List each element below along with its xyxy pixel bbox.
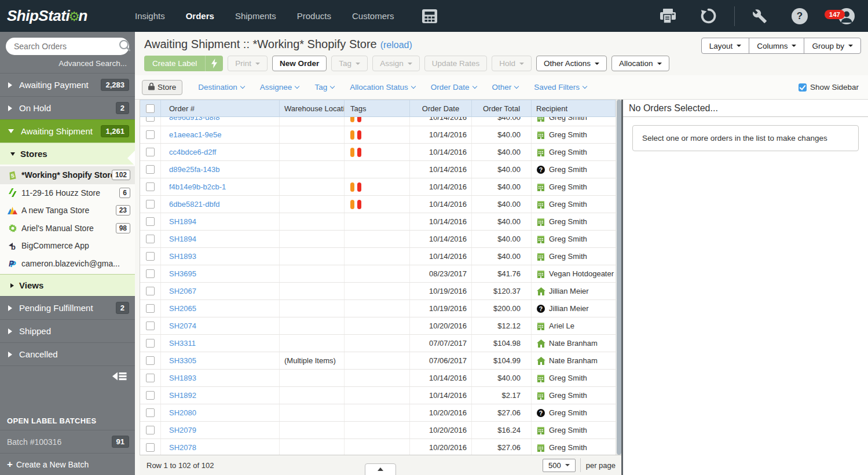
show-sidebar-toggle[interactable]: Show Sidebar	[799, 83, 859, 92]
stores-section-header[interactable]: Stores	[0, 142, 135, 165]
store-item-cameron-blazevich-gma[interactable]: PPcameron.blazevich@gma...	[0, 255, 135, 273]
order-number-link[interactable]: SH2067	[169, 287, 196, 295]
shipstation-logo[interactable]: ShipStati⚙n	[7, 7, 135, 25]
order-number-link[interactable]: SH3305	[169, 356, 196, 365]
order-number-link[interactable]: SH1893	[169, 252, 196, 261]
store-item-a-new-tanga-store[interactable]: A new Tanga Store23	[0, 202, 135, 220]
nav-item-products[interactable]: Products	[297, 11, 331, 21]
store-filter-button[interactable]: Store	[142, 80, 182, 95]
order-row[interactable]: SH207410/20/2016$12.12Ariel Le	[140, 317, 616, 335]
other-actions-button[interactable]: Other Actions	[536, 56, 607, 71]
row-checkbox[interactable]	[146, 252, 155, 261]
row-checkbox[interactable]	[146, 374, 155, 382]
create-batch-button[interactable]: + Create a New Batch	[0, 453, 135, 475]
row-checkbox[interactable]	[146, 391, 155, 400]
search-icon[interactable]	[119, 39, 131, 54]
new-order-button[interactable]: New Order	[272, 56, 327, 71]
order-row[interactable]: cc4bdce6-d2ff10/14/2016$40.00Greg Smith	[140, 144, 616, 161]
order-row[interactable]: e1aeeac1-9e5e10/14/2016$40.00Greg Smith	[140, 126, 616, 144]
notification-badge[interactable]: 147	[825, 10, 845, 19]
order-number-link[interactable]: SH1892	[169, 391, 196, 400]
column-header-order-total[interactable]: Order Total	[472, 100, 532, 116]
order-number-link[interactable]: SH1894	[169, 217, 196, 226]
row-checkbox[interactable]	[146, 130, 155, 139]
order-number-link[interactable]: SH3695	[169, 269, 196, 278]
row-checkbox[interactable]	[146, 443, 155, 452]
settings-wrench-icon[interactable]	[752, 9, 767, 24]
sidebar-status-on-hold[interactable]: On Hold2	[0, 96, 135, 119]
scrollbar-thumb[interactable]	[617, 100, 621, 455]
order-number-link[interactable]: SH1894	[169, 235, 196, 243]
order-row[interactable]: SH207810/20/2016$27.06Greg Smith	[140, 439, 616, 455]
collapse-sidebar-row[interactable]	[0, 366, 135, 389]
row-checkbox[interactable]	[146, 356, 155, 365]
columns-button[interactable]: Columns	[749, 38, 804, 54]
sidebar-status-shipped[interactable]: Shipped	[0, 319, 135, 342]
group-by-button[interactable]: Group by	[804, 38, 861, 54]
order-row[interactable]: SH206710/19/2016$120.37Jillian Meier	[140, 283, 616, 300]
checked-checkbox-icon[interactable]	[799, 83, 807, 92]
layout-button[interactable]: Layout	[701, 38, 750, 54]
order-row[interactable]: SH189310/14/2016$40.00Greg Smith	[140, 370, 616, 387]
column-header-order[interactable]: Order #	[161, 100, 280, 116]
order-row[interactable]: SH3305(Multiple Items)07/06/2017$104.99N…	[140, 352, 616, 370]
row-checkbox[interactable]	[146, 269, 155, 278]
order-number-link[interactable]: f4b14e9b-b2cb-1	[169, 182, 226, 191]
order-row[interactable]: 6dbe5821-dbfd10/14/2016$40.00Greg Smith	[140, 196, 616, 213]
row-checkbox[interactable]	[146, 200, 155, 209]
order-number-link[interactable]: SH2080	[169, 408, 196, 417]
search-pill[interactable]	[6, 38, 129, 55]
lightning-bolt-icon[interactable]	[206, 56, 223, 71]
row-checkbox[interactable]	[146, 117, 155, 122]
column-header-order-date[interactable]: Order Date	[410, 100, 472, 116]
column-header-recipient[interactable]: Recipient	[532, 100, 616, 116]
create-label-button[interactable]: Create Label	[144, 56, 223, 71]
order-row[interactable]: SH369508/23/2017$41.76Vegan Hotdogeater	[140, 265, 616, 283]
order-number-link[interactable]: SH3311	[169, 339, 196, 348]
page-size-select[interactable]: 500	[543, 459, 576, 472]
store-item-working-shopify-store[interactable]: S*Working* Shopify Store102	[0, 166, 135, 184]
select-all-checkbox[interactable]	[146, 104, 155, 113]
row-checkbox[interactable]	[146, 217, 155, 226]
filter-order-date[interactable]: Order Date	[431, 83, 477, 92]
order-number-link[interactable]: cc4bdce6-d2ff	[169, 148, 216, 156]
order-number-link[interactable]: SH2078	[169, 443, 196, 452]
order-number-link[interactable]: SH2074	[169, 321, 196, 330]
order-row[interactable]: SH189410/14/2016$40.00Greg Smith	[140, 231, 616, 248]
row-checkbox[interactable]	[146, 235, 155, 243]
order-number-link[interactable]: SH2065	[169, 304, 196, 313]
row-checkbox[interactable]	[146, 182, 155, 191]
row-checkbox[interactable]	[146, 321, 155, 330]
collapse-sidebar-icon[interactable]	[112, 371, 127, 384]
row-checkbox[interactable]	[146, 408, 155, 417]
sidebar-status-awaiting-shipment[interactable]: Awaiting Shipment1,261	[0, 119, 135, 142]
order-row[interactable]: SH189210/14/2016$2.17Greg Smith	[140, 387, 616, 404]
filter-assignee[interactable]: Assignee	[260, 83, 299, 92]
filter-tag[interactable]: Tag	[314, 83, 334, 92]
views-section-header[interactable]: Views	[0, 274, 135, 296]
nav-item-insights[interactable]: Insights	[135, 11, 165, 21]
sidebar-status-pending-fulfillment[interactable]: Pending Fulfillment2	[0, 296, 135, 319]
allocation-button[interactable]: Allocation	[611, 56, 669, 71]
reload-link[interactable]: (reload)	[380, 40, 412, 50]
search-input[interactable]	[14, 42, 119, 51]
nav-item-shipments[interactable]: Shipments	[235, 11, 276, 21]
nav-item-orders[interactable]: Orders	[186, 11, 214, 21]
order-number-link[interactable]: 6dbe5821-dbfd	[169, 200, 219, 209]
store-item-ariel-s-manual-store[interactable]: Ariel's Manual Store98	[0, 220, 135, 237]
row-checkbox[interactable]	[146, 148, 155, 156]
order-row[interactable]: SH207910/20/2016$16.24Greg Smith	[140, 422, 616, 439]
refresh-icon[interactable]	[700, 8, 717, 24]
column-header-tags[interactable]: Tags	[345, 100, 410, 116]
row-checkbox[interactable]	[146, 165, 155, 174]
vertical-scrollbar[interactable]	[616, 100, 621, 455]
sidebar-status-awaiting-payment[interactable]: Awaiting Payment2,283	[0, 73, 135, 96]
order-row[interactable]: SH206510/19/2016$200.00?Jillian Meier	[140, 300, 616, 317]
filter-saved-filters[interactable]: Saved Filters	[534, 83, 587, 92]
row-checkbox[interactable]	[146, 426, 155, 434]
filter-allocation-status[interactable]: Allocation Status	[350, 83, 415, 92]
help-icon[interactable]: ?	[792, 8, 808, 24]
scroll-top-button[interactable]	[365, 463, 396, 475]
store-item-11-29-16-houzz-store[interactable]: 11-29-16 Houzz Store6	[0, 184, 135, 202]
order-number-link[interactable]: e1aeeac1-9e5e	[169, 130, 221, 139]
